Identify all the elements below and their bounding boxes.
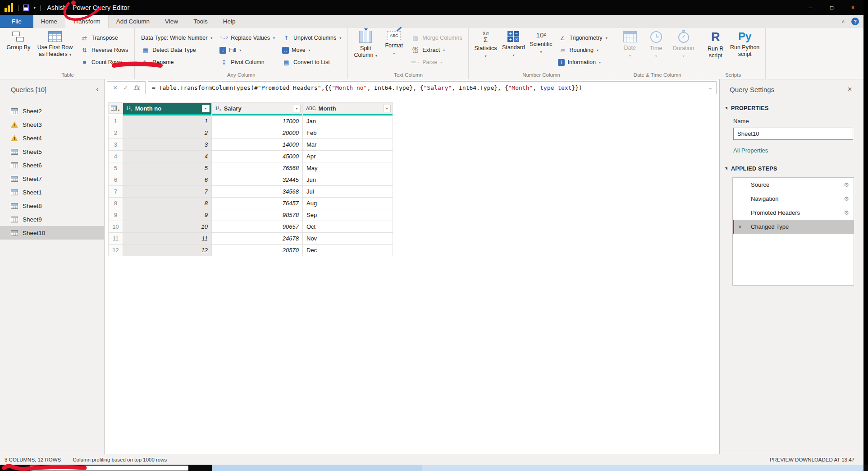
row-number[interactable]: 1 [108, 115, 123, 127]
gear-icon[interactable]: ⚙ [844, 195, 849, 202]
extract-button[interactable]: ABC 123 Extract ▾ [408, 44, 465, 56]
filter-dropdown-icon[interactable]: ▼ [202, 105, 210, 112]
filter-dropdown-icon[interactable]: ▼ [293, 105, 301, 112]
save-icon[interactable] [23, 5, 29, 11]
column-type-icon[interactable]: 1²₃ [215, 106, 221, 111]
cell-month[interactable]: Apr [303, 151, 393, 162]
tab-view[interactable]: View [157, 15, 186, 28]
row-number[interactable]: 3 [108, 139, 123, 151]
quick-access-dropdown-icon[interactable]: ▾ [33, 5, 36, 10]
query-item-sheet5[interactable]: Sheet5 [0, 145, 104, 158]
cell-month-no[interactable]: 6 [123, 174, 212, 186]
row-number[interactable]: 4 [108, 151, 123, 162]
format-button[interactable]: ABC Format ▾ [381, 28, 407, 68]
standard-button[interactable]: +−÷× Standard ▾ [500, 28, 526, 68]
query-item-sheet10[interactable]: Sheet10 [0, 226, 104, 240]
statistics-button[interactable]: X̄σΣ Statistics ▾ [472, 28, 498, 68]
commit-formula-icon[interactable]: ✓ [123, 84, 128, 91]
fill-button[interactable]: ↓ Fill ▾ [217, 44, 278, 56]
gear-icon[interactable]: ⚙ [844, 181, 849, 188]
column-header-month-no[interactable]: 1²₃Month no▼ [123, 102, 212, 114]
cell-month[interactable]: Sep [303, 209, 393, 221]
row-number[interactable]: 9 [108, 209, 123, 221]
row-number[interactable]: 8 [108, 198, 123, 209]
column-header-salary[interactable]: 1²₃Salary▼ [212, 102, 303, 114]
cell-salary[interactable]: 17000 [212, 115, 303, 127]
delete-step-icon[interactable]: × [738, 223, 742, 230]
tab-transform[interactable]: Transform [65, 15, 109, 28]
cell-month[interactable]: Feb [303, 127, 393, 139]
reverse-rows-button[interactable]: ⇅ Reverse Rows [78, 44, 131, 56]
query-item-sheet8[interactable]: Sheet8 [0, 199, 104, 212]
select-all-button[interactable]: ▼ [108, 102, 123, 114]
unpivot-columns-button[interactable]: ↥ Unpivot Columns ▾ [279, 32, 344, 44]
rename-button[interactable]: ✎ Rename [138, 56, 215, 68]
cell-salary[interactable]: 32445 [212, 174, 303, 186]
transpose-button[interactable]: ⇄ Transpose [78, 32, 131, 44]
data-type-button[interactable]: Data Type: Whole Number ▾ [138, 32, 215, 44]
all-properties-link[interactable]: All Properties [720, 147, 863, 154]
cell-month[interactable]: Aug [303, 198, 393, 209]
row-number[interactable]: 11 [108, 233, 123, 245]
replace-values-button[interactable]: 1→2 Replace Values ▾ [217, 32, 278, 44]
cell-salary[interactable]: 14000 [212, 139, 303, 151]
cell-salary[interactable]: 20570 [212, 245, 303, 256]
collapse-queries-pane-icon[interactable]: ‹ [96, 85, 99, 94]
cell-salary[interactable]: 20000 [212, 127, 303, 139]
cell-month-no[interactable]: 4 [123, 151, 212, 162]
cell-month-no[interactable]: 2 [123, 127, 212, 139]
applied-step-navigation[interactable]: Navigation⚙ [733, 192, 854, 206]
row-number[interactable]: 7 [108, 186, 123, 198]
convert-to-list-button[interactable]: ▤ Convert to List [279, 56, 344, 68]
cell-month[interactable]: Nov [303, 233, 393, 245]
row-number[interactable]: 2 [108, 127, 123, 139]
cell-month-no[interactable]: 12 [123, 245, 212, 256]
gear-icon[interactable]: ⚙ [844, 209, 849, 216]
help-icon[interactable]: ? [851, 18, 859, 25]
use-first-row-as-headers-button[interactable]: Use First Row as Headers ▾ [34, 28, 76, 68]
count-rows-button[interactable]: ≡ Count Rows [78, 56, 131, 68]
fx-icon[interactable]: fx [134, 84, 140, 91]
close-button[interactable]: × [842, 0, 863, 15]
applied-steps-section-header[interactable]: APPLIED STEPS [720, 166, 863, 172]
cell-month[interactable]: Jan [303, 115, 393, 127]
query-item-sheet6[interactable]: Sheet6 [0, 158, 104, 172]
query-item-sheet4[interactable]: !Sheet4 [0, 131, 104, 145]
cell-salary[interactable]: 34568 [212, 186, 303, 198]
cell-salary[interactable]: 98578 [212, 209, 303, 221]
maximize-button[interactable]: □ [821, 0, 842, 15]
properties-section-header[interactable]: PROPERTIES [720, 105, 863, 111]
tab-help[interactable]: Help [215, 15, 243, 28]
run-r-script-button[interactable]: R Run R script [705, 28, 726, 68]
formula-input[interactable]: = Table.TransformColumnTypes(#"Promoted … [148, 81, 717, 94]
query-item-sheet2[interactable]: Sheet2 [0, 104, 104, 118]
cell-month-no[interactable]: 7 [123, 186, 212, 198]
cell-month[interactable]: May [303, 162, 393, 174]
collapse-ribbon-icon[interactable]: ∧ [841, 18, 845, 24]
tab-file[interactable]: File [0, 15, 33, 28]
cell-salary[interactable]: 76457 [212, 198, 303, 209]
applied-step-source[interactable]: Source⚙ [733, 178, 854, 192]
cell-salary[interactable]: 24678 [212, 233, 303, 245]
scientific-button[interactable]: 10² Scientific ▾ [528, 28, 553, 68]
cell-salary[interactable]: 90657 [212, 221, 303, 233]
move-button[interactable]: ↔ Move ▾ [279, 44, 344, 56]
cell-month-no[interactable]: 10 [123, 221, 212, 233]
applied-step-changed-type[interactable]: ×Changed Type [733, 220, 854, 234]
cell-month[interactable]: Dec [303, 245, 393, 256]
filter-dropdown-icon[interactable]: ▼ [383, 105, 391, 112]
query-item-sheet1[interactable]: Sheet1 [0, 185, 104, 199]
row-number[interactable]: 5 [108, 162, 123, 174]
trigonometry-button[interactable]: ∠ Trigonometry ▾ [555, 32, 610, 44]
group-by-button[interactable]: Group By [5, 28, 32, 68]
row-number[interactable]: 10 [108, 221, 123, 233]
row-number[interactable]: 12 [108, 245, 123, 256]
cell-month-no[interactable]: 3 [123, 139, 212, 151]
query-name-input[interactable] [733, 128, 853, 140]
column-type-icon[interactable]: ABC [306, 106, 316, 111]
applied-step-promoted-headers[interactable]: Promoted Headers⚙ [733, 206, 854, 220]
status-profiling[interactable]: Column profiling based on top 1000 rows [73, 457, 167, 462]
cell-month[interactable]: Oct [303, 221, 393, 233]
detect-data-type-button[interactable]: ▦ Detect Data Type [138, 44, 215, 56]
cell-month[interactable]: Jun [303, 174, 393, 186]
